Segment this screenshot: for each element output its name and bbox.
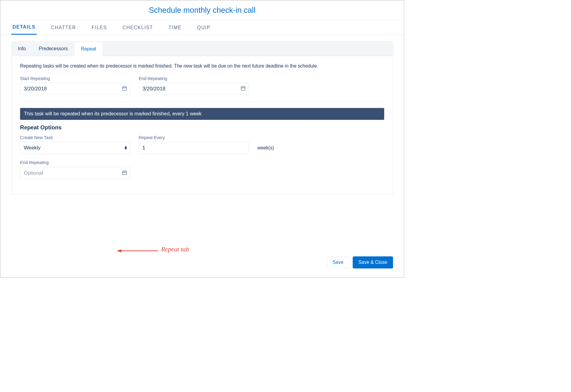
- tab-files[interactable]: FILES: [90, 20, 108, 34]
- start-repeating-input[interactable]: [20, 83, 130, 95]
- svg-rect-10: [122, 171, 126, 174]
- start-repeating-label: Start Repeating: [20, 76, 130, 81]
- svg-marker-8: [125, 146, 127, 148]
- subtab-repeat[interactable]: Repeat: [74, 42, 103, 56]
- end-repeating-top-input[interactable]: [139, 83, 249, 95]
- subtab-predecessors[interactable]: Predecessors: [32, 42, 74, 56]
- create-new-task-select[interactable]: [20, 142, 130, 154]
- repeat-body: Repeating tasks will be created when its…: [12, 56, 393, 194]
- repeat-options-title: Repeat Options: [20, 124, 384, 131]
- details-panel: Info Predecessors Repeat Repeating tasks…: [11, 41, 393, 194]
- subtab-info[interactable]: Info: [12, 42, 32, 56]
- start-repeating-field: Start Repeating: [20, 76, 130, 95]
- title-bar: Schedule monthly check-in call: [0, 0, 404, 20]
- main-tabs: DETAILS CHATTER FILES CHECKLIST TIME QUI…: [0, 20, 404, 35]
- select-caret-icon: [125, 146, 127, 150]
- calendar-icon[interactable]: [122, 170, 127, 176]
- tab-quip[interactable]: QUIP: [196, 20, 212, 34]
- dialog-title: Schedule monthly check-in call: [149, 5, 255, 15]
- save-button[interactable]: Save: [327, 257, 349, 269]
- repeat-every-input[interactable]: [139, 142, 249, 154]
- save-close-button[interactable]: Save & Close: [353, 257, 393, 269]
- calendar-icon[interactable]: [240, 86, 246, 92]
- svg-rect-0: [122, 87, 126, 90]
- tab-time[interactable]: TIME: [167, 20, 183, 34]
- end-repeating-bottom-label: End Repeating: [20, 160, 130, 165]
- tab-details[interactable]: DETAILS: [11, 20, 37, 34]
- tab-chatter[interactable]: CHATTER: [50, 20, 77, 34]
- tab-checklist[interactable]: CHECKLIST: [121, 20, 154, 34]
- repeat-description: Repeating tasks will be created when its…: [20, 62, 384, 69]
- create-new-task-field: Create New Task: [20, 135, 130, 154]
- svg-marker-9: [125, 148, 127, 150]
- svg-marker-15: [117, 249, 121, 252]
- end-repeating-top-field: End Repeating: [139, 76, 249, 95]
- divider: [20, 101, 384, 102]
- end-repeating-top-label: End Repeating: [139, 76, 249, 81]
- end-repeating-bottom-field: End Repeating: [20, 160, 130, 179]
- svg-rect-4: [241, 87, 245, 90]
- repeat-summary: This task will be repeated when its pred…: [20, 108, 384, 120]
- repeat-every-field: Repeat Every: [139, 135, 249, 154]
- repeat-every-unit: week(s): [257, 138, 274, 151]
- repeat-every-label: Repeat Every: [139, 135, 249, 140]
- calendar-icon[interactable]: [122, 86, 127, 92]
- dialog-window: Schedule monthly check-in call DETAILS C…: [0, 0, 404, 278]
- footer-buttons: Save Save & Close: [327, 257, 393, 269]
- subtabs: Info Predecessors Repeat: [12, 42, 393, 56]
- create-new-task-label: Create New Task: [20, 135, 130, 140]
- end-repeating-bottom-input[interactable]: [20, 167, 130, 179]
